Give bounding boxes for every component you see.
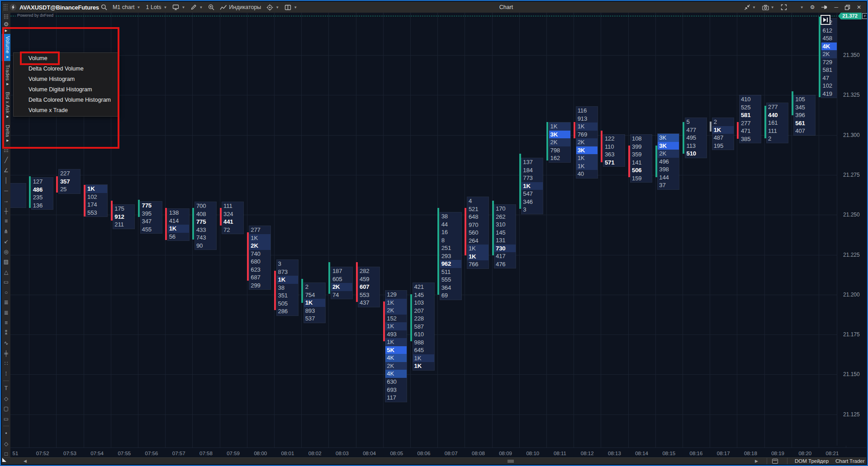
volume-cell: 3K [658, 134, 679, 142]
cluster-column[interactable]: 22735725 [58, 169, 81, 194]
drawing-tool-icon[interactable]: ◇ [2, 438, 10, 449]
expand-icon [781, 4, 787, 10]
volume-cell: 421 [413, 283, 434, 291]
drawing-tool-icon[interactable]: T [2, 383, 10, 394]
drawing-tool-icon[interactable]: ╪ [2, 348, 10, 358]
symbol-selector[interactable]: AVAXUSDT@BinanceFutures [17, 2, 110, 13]
cluster-column[interactable]: 4211451032072285876109886451K1K [413, 282, 435, 371]
cluster-column[interactable]: 105345396561407 [793, 95, 816, 136]
chart-trader-button[interactable]: Chart Trader [835, 458, 865, 464]
cluster-column[interactable]: 21K487195 [712, 118, 734, 150]
scrollbar-thumb[interactable] [508, 460, 514, 463]
drawing-tool-icon[interactable]: ◇ [2, 393, 10, 404]
drawing-tool-icon[interactable]: ─ [2, 185, 10, 196]
timeframe-selector[interactable]: M1 chart▼ [110, 2, 143, 13]
cluster-column[interactable]: 175912211 [113, 204, 135, 229]
fullscreen-button[interactable] [778, 2, 790, 13]
chart-style-button[interactable]: ▼ [170, 2, 188, 13]
settings-button[interactable]: ⚙ [807, 2, 818, 13]
drawing-tool-icon[interactable]: ⁞ [2, 368, 10, 379]
cluster-column[interactable]: 127486235136 [31, 177, 53, 210]
current-price-tag: 21.372 [838, 13, 862, 19]
cluster-column[interactable]: 282459607553437 [358, 267, 380, 307]
cluster-column[interactable]: 384416825129396251155536469 [440, 212, 462, 300]
cluster-column[interactable]: 1876052K74 [331, 267, 353, 299]
drawing-tools-button[interactable]: ▼ [188, 2, 205, 13]
drawing-tool-icon[interactable]: → [2, 196, 10, 206]
cluster-column[interactable]: 1291K2K1521K4931K5K4K2K4K630693117 [385, 290, 407, 402]
drawing-tool-icon[interactable]: • [2, 428, 10, 439]
screenshot-button[interactable]: ▼ [759, 2, 778, 13]
price-axis[interactable]: 21.35021.32521.30021.27521.25021.22521.2… [837, 13, 866, 446]
cluster-column[interactable]: 775395347455 [140, 201, 162, 234]
cluster-column[interactable]: 1384141K56 [167, 208, 190, 241]
drawing-tool-icon[interactable]: ∷ [2, 358, 10, 369]
volume-cell: 553 [358, 291, 379, 299]
layout-button[interactable]: ▼ [282, 2, 300, 13]
drawing-tool-icon[interactable]: ∠ [2, 165, 10, 175]
cluster-column[interactable]: 1K102174553 [85, 184, 108, 217]
drawing-tool-icon[interactable]: ▭ [2, 414, 10, 424]
drag-handle-icon[interactable] [3, 4, 8, 11]
drawing-tool-icon[interactable]: □ [2, 449, 10, 459]
dom-trader-button[interactable]: DOM Трейдер [795, 458, 829, 464]
pin-button[interactable] [818, 2, 831, 13]
drawing-tool-icon[interactable]: ∿ [2, 338, 10, 348]
time-label: 07:52 [36, 451, 49, 456]
cluster-column[interactable]: 38731K38351505286 [276, 259, 299, 316]
drawing-tool-icon[interactable]: △ [2, 267, 10, 277]
cluster-column[interactable]: 170262310145131730417476 [494, 204, 516, 268]
cluster-column[interactable]: 27541K893537 [304, 282, 326, 323]
search-icon[interactable] [101, 4, 107, 10]
cluster-column[interactable]: 2771K2K740680623687299 [249, 226, 271, 290]
drawing-tool-icon[interactable]: ▢ [2, 404, 10, 414]
price-flag-icon[interactable]: F [862, 13, 868, 19]
drawing-tool-icon[interactable]: ≡ [2, 318, 10, 328]
cluster-column[interactable]: 11132444172 [222, 202, 244, 234]
lots-selector[interactable]: 1 Lots▼ [143, 2, 170, 13]
cluster-column[interactable]: 122110363571 [603, 134, 625, 167]
volume-cell: 680 [249, 258, 270, 266]
drawing-tool-icon[interactable]: ╱ [2, 155, 10, 165]
gear-icon[interactable]: ⚙ [4, 21, 9, 28]
drag-handle-icon[interactable] [4, 14, 9, 19]
link-color-button[interactable]: ▼ [790, 2, 807, 13]
drawing-tool-icon[interactable]: ○ [2, 287, 10, 297]
zoom-in-icon [208, 4, 214, 10]
drawing-tool-icon[interactable]: │ [2, 175, 10, 186]
minimize-button[interactable]: ─ [831, 2, 841, 13]
volume-cell: 505 [277, 300, 298, 308]
scroll-left-icon[interactable]: ◀ [24, 459, 27, 463]
drawing-tool-icon[interactable]: ▭ [2, 277, 10, 287]
drawing-tool-icon[interactable]: ⋔ [2, 226, 10, 236]
collapse-panel-button[interactable]: ▼ [741, 2, 759, 13]
go-to-realtime-button[interactable] [821, 15, 830, 25]
drawing-tool-icon[interactable]: ⁑ [2, 328, 10, 338]
zoom-in-button[interactable] [205, 2, 217, 13]
cluster-column[interactable]: 410525581277471385 [739, 95, 761, 143]
cluster-column[interactable]: 1169131K7692K3K1K1K40 [576, 106, 598, 179]
scroll-right-icon[interactable]: ▶ [755, 459, 758, 463]
cluster-column[interactable]: 45216489705602641K1K766 [467, 197, 489, 269]
cluster-column[interactable]: 1K3K2K798162 [549, 122, 571, 163]
cluster-column[interactable]: 70040877543374390 [194, 202, 217, 250]
cluster-column[interactable]: 3K3K2K49639814437 [657, 133, 679, 190]
close-button[interactable]: ✕ [854, 2, 864, 13]
volume-cell: 407 [794, 127, 815, 135]
cluster-column[interactable]: 1371847731K5473463 [521, 158, 543, 214]
drawing-tool-icon[interactable]: ┼ [2, 206, 10, 216]
cluster-column[interactable]: 2774401611112 [766, 103, 788, 143]
drawing-tool-icon[interactable]: ↙ [2, 236, 10, 247]
drawing-tool-icon[interactable]: ≣ [2, 307, 10, 318]
indicators-button[interactable]: Индикаторы [217, 2, 264, 13]
cluster-column[interactable]: 108399359141506159 [630, 134, 652, 183]
cluster-column[interactable]: 5477495113510 [685, 118, 707, 158]
restore-button[interactable] [841, 2, 854, 13]
drawing-tool-icon[interactable]: ◎ [2, 246, 10, 257]
drawing-tool-icon[interactable]: ≣ [2, 297, 10, 308]
crosshair-mode-button[interactable]: ▼ [264, 2, 282, 13]
chart-area[interactable]: 335127486235136227357251K102174553175912… [1, 1, 867, 465]
drawing-tool-icon[interactable]: ≡ [2, 216, 10, 226]
drawing-tool-icon[interactable]: ▨ [2, 257, 10, 267]
calendar-icon[interactable] [772, 459, 778, 464]
